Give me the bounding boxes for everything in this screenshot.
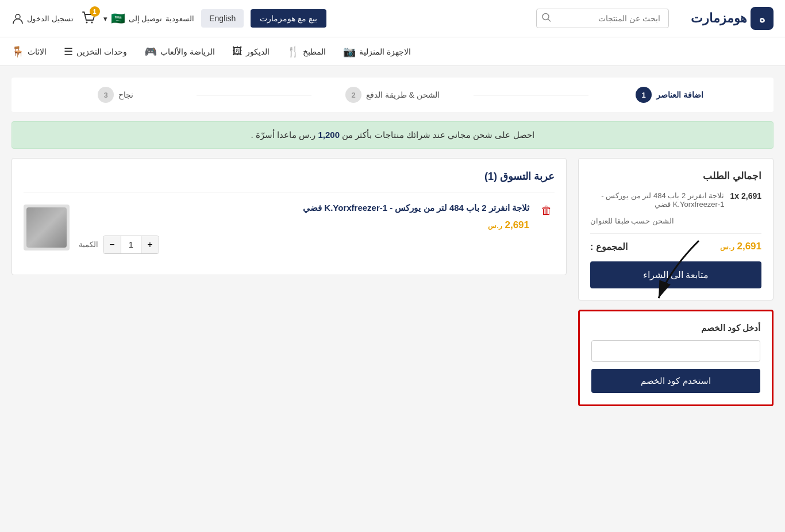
decor-label: الديكور [246,47,270,56]
step-3-circle: 3 [98,87,114,103]
login-label: تسجيل الدخول [27,14,74,23]
svg-point-2 [86,21,87,23]
nav-item-home-appliances[interactable]: الاجهزة المنزلية 📷 [343,45,411,58]
coupon-title: أدخل كود الخصم [591,323,760,333]
svg-point-4 [16,14,20,19]
svg-point-3 [91,21,93,23]
country-label: توصيل إلى [129,14,163,23]
apply-coupon-button[interactable]: استخدم كود الخصم [591,369,760,393]
coupon-input[interactable] [591,340,760,362]
free-shipping-banner: احصل على شحن مجاني عند شرائك منتاجات بأك… [11,121,774,149]
summary-shipping-row: الشحن حسب طبقا للعنوان [590,217,761,225]
nav-item-decor[interactable]: الديكور 🖼 [232,45,270,57]
banner-currency: ر.س [299,130,315,140]
logo-text: هومزمارت [691,11,747,26]
kitchen-icon: 🍴 [287,45,299,58]
nav-item-sports[interactable]: الرياضة والألعاب 🎮 [144,45,215,58]
nav-item-kitchen[interactable]: المطبخ 🍴 [287,45,326,58]
step-1-label: اضافة العناصر [656,90,703,99]
summary-item-name: ثلاجة انفرتر 2 باب 484 لتر من يوركس - K.… [590,191,724,209]
total-currency: ر.س [720,243,734,251]
banner-suffix: ماعدا أسرّة . [251,130,297,140]
summary-item-qty-price: 1x 2,691 [730,191,761,201]
language-button[interactable]: English [201,9,244,28]
logo-icon: ه [751,7,774,30]
qty-controls: + 1 − [103,236,159,254]
home-appliances-icon: 📷 [343,45,356,58]
kitchen-label: المطبخ [303,47,326,56]
delete-item-button[interactable]: 🗑 [538,202,555,219]
item-image-preview [26,207,67,248]
step-2: الشحن & طريقة الدفع 2 [311,87,474,103]
country-selector[interactable]: السعودية توصيل إلى 🇸🇦 ▾ [103,11,195,25]
storage-icon: ☰ [64,45,73,58]
price-value: 2,691 [505,219,529,230]
cart-section: عربة التسوق (1) 🗑 ثلاجة انفرتر 2 باب 484… [11,158,567,275]
logo[interactable]: ه هومزمارت [691,7,774,30]
sports-icon: 🎮 [144,45,157,58]
total-price: 2,691 [737,241,761,252]
banner-text: احصل على شحن مجاني عند شرائك منتاجات بأك… [342,130,534,140]
summary-box: اجمالي الطلب 1x 2,691 ثلاجة انفرتر 2 باب… [578,158,774,300]
chevron-down-icon: ▾ [103,14,107,23]
summary-divider [590,233,761,234]
cart-title: عربة التسوق (1) [24,170,555,183]
header-right: ه هومزمارت [525,7,774,30]
summary-total-label: المجموع : [590,241,628,252]
item-name: ثلاجة انفرتر 2 باب 484 لتر من يوركس - K.… [79,202,529,215]
step-1: اضافة العناصر 1 [588,87,751,103]
step-3: نجاح 3 [34,87,197,103]
step-2-label: الشحن & طريقة الدفع [366,90,440,99]
login-button[interactable]: تسجيل الدخول [11,12,74,25]
cart-button[interactable]: 1 [80,10,97,28]
steps-bar: اضافة العناصر 1 الشحن & طريقة الدفع 2 نج… [11,78,774,112]
flag-icon: 🇸🇦 [111,11,125,25]
qty-decrease-button[interactable]: − [103,236,121,253]
search-icon [542,13,551,24]
header-left: بيع مع هومزمارت English السعودية توصيل إ… [11,9,326,28]
search-area [536,9,669,28]
country-name: السعودية [166,14,194,23]
cart-item: 🗑 ثلاجة انفرتر 2 باب 484 لتر من يوركس - … [24,192,555,263]
summary-item-row: 1x 2,691 ثلاجة انفرتر 2 باب 484 لتر من ي… [590,191,761,209]
step-divider-1 [474,95,588,95]
summary-shipping-label: الشحن حسب طبقا للعنوان [590,217,674,225]
home-appliances-label: الاجهزة المنزلية [359,47,411,56]
banner-amount: 1,200 [315,130,340,140]
main-content: اجمالي الطلب 1x 2,691 ثلاجة انفرتر 2 باب… [11,158,774,406]
qty-label: الكمية [79,240,98,249]
cart-badge: 1 [90,6,100,17]
storage-label: وحدات التخزين [76,47,127,56]
svg-line-1 [548,19,551,21]
order-summary: اجمالي الطلب 1x 2,691 ثلاجة انفرتر 2 باب… [578,158,774,406]
checkout-button[interactable]: متابعة الى الشراء [590,261,761,288]
nav-bar: الاجهزة المنزلية 📷 المطبخ 🍴 الديكور 🖼 ال… [0,37,785,66]
coupon-section: أدخل كود الخصم استخدم كود الخصم [578,310,774,406]
sports-label: الرياضة والألعاب [160,47,215,56]
step-1-circle: 1 [636,87,652,103]
furniture-icon: 🪑 [11,45,24,58]
item-quantity: + 1 − الكمية [79,236,529,254]
step-2-circle: 2 [345,87,361,103]
step-divider-2 [197,95,311,95]
item-price: 2,691 ر.س [79,219,529,231]
summary-price: 2,691 [741,191,761,201]
top-header: ه هومزمارت بيع مع هومزمارت English السعو… [0,0,785,37]
coupon-box: أدخل كود الخصم استخدم كود الخصم [578,310,774,406]
summary-total-value: 2,691 ر.س [720,241,761,252]
search-input[interactable] [536,9,669,28]
summary-total-row: 2,691 ر.س المجموع : [590,241,761,252]
item-image [24,205,70,250]
summary-title: اجمالي الطلب [590,170,761,182]
decor-icon: 🖼 [232,45,243,57]
price-currency: ر.س [488,222,502,230]
item-info: ثلاجة انفرتر 2 باب 484 لتر من يوركس - K.… [79,202,529,254]
furniture-label: الاثاث [28,47,47,56]
qty-value: 1 [121,236,141,253]
nav-item-storage[interactable]: وحدات التخزين ☰ [64,45,127,58]
qty-increase-button[interactable]: + [141,236,159,253]
step-3-label: نجاح [118,90,133,99]
sell-button[interactable]: بيع مع هومزمارت [251,9,326,28]
nav-item-furniture[interactable]: الاثاث 🪑 [11,45,47,58]
summary-qty: 1x [730,191,739,201]
